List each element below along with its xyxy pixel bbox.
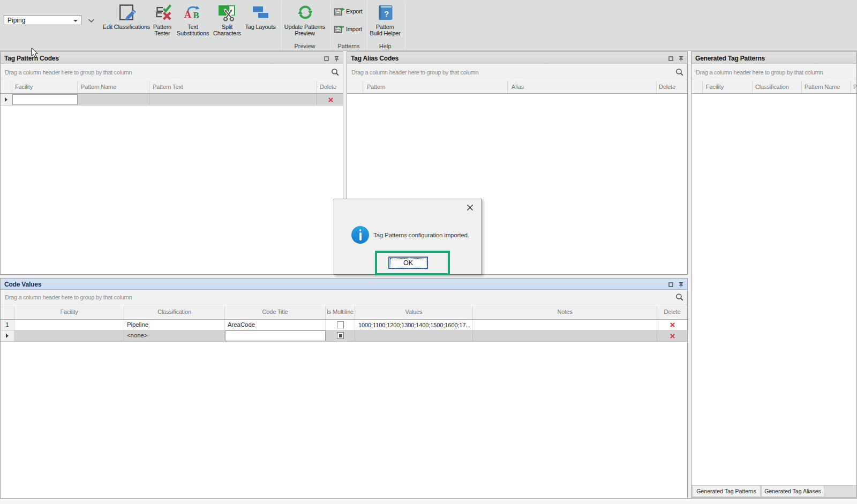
svg-text:B: B xyxy=(193,10,199,20)
svg-text:?: ? xyxy=(384,9,389,18)
svg-text:A: A xyxy=(184,9,191,20)
